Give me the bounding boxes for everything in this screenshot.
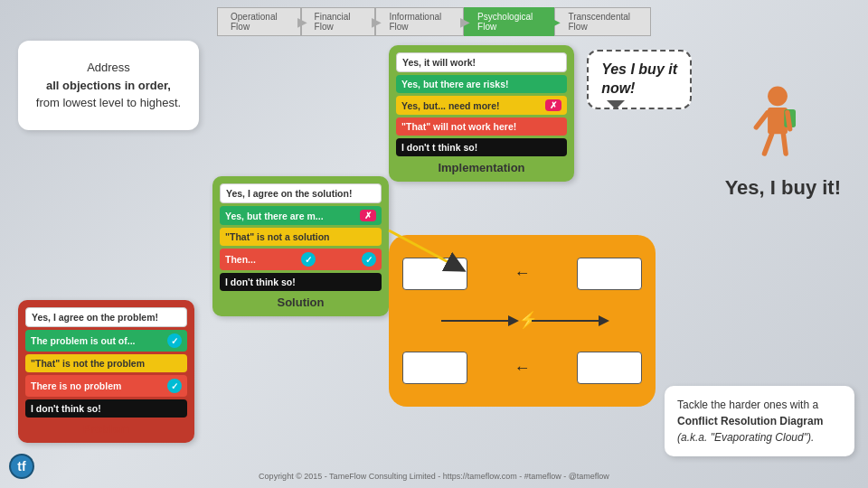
explanation-line2: all objections in order, <box>46 79 171 92</box>
svg-line-6 <box>783 134 786 154</box>
impl-row-3: Yes, but... need more! ✗ <box>396 96 567 115</box>
nav-transcendental[interactable]: Transcendental Flow <box>554 7 651 36</box>
check-icon-2: ✓ <box>167 379 182 393</box>
nav-psychological[interactable]: Psychological Flow <box>464 7 554 36</box>
conflict-box: Tackle the harder ones with a Conflict R… <box>665 386 854 456</box>
arrow-left-2: ← <box>514 359 531 378</box>
top-nav: Operational Flow Financial Flow Informat… <box>217 7 651 36</box>
explanation-line3: from lowest level to highest. <box>36 96 181 109</box>
buy-it-text: Yes, I buy it! <box>725 176 841 200</box>
problem-row-5: I don't think so! <box>25 399 187 418</box>
check-icon: ✓ <box>167 333 182 348</box>
explanation-box: Address all objections in order, from lo… <box>18 41 199 130</box>
footer-text: Copyright © 2015 - TameFlow Consulting L… <box>259 472 609 481</box>
tameflow-logo: tf <box>9 454 34 479</box>
nav-financial[interactable]: Financial Flow <box>301 7 376 36</box>
problem-row-1: Yes, I agree on the problem! <box>25 307 187 327</box>
svg-line-4 <box>788 113 790 129</box>
cloud-row-top: ← <box>402 258 642 290</box>
arrow-left-1: ← <box>514 264 531 283</box>
impl-row-5: I don't t think so! <box>396 138 567 156</box>
problem-title: Problem <box>25 422 187 436</box>
impl-row-4: "That" will not work here! <box>396 117 567 136</box>
problem-row-3: "That" is not the problem <box>25 354 187 372</box>
explanation-line1: Address <box>87 61 130 74</box>
nav-informational[interactable]: Informational Flow <box>375 7 464 36</box>
problem-box: Yes, I agree on the problem! The problem… <box>18 300 194 443</box>
conflict-italic: (a.k.a. "Evaporating Cloud"). <box>677 431 814 444</box>
cloud-row-bottom: ← <box>402 352 642 384</box>
cloud-box-1 <box>402 258 467 290</box>
solution-row-2: Yes, but there are m... ✗ <box>220 206 382 225</box>
solution-row-3: "That" is not a solution <box>220 228 382 246</box>
cloud-diagram: ← ⚡ ← <box>389 235 656 407</box>
impl-title: Implementation <box>396 161 567 174</box>
impl-row-1: Yes, it will work! <box>396 52 567 72</box>
cloud-box-3 <box>402 352 467 384</box>
solution-box: Yes, I agree on the solution! Yes, but t… <box>212 176 389 316</box>
nav-operational[interactable]: Operational Flow <box>217 7 301 36</box>
check-icon-4: ✓ <box>362 252 376 267</box>
check-icon-3: ✓ <box>301 252 316 267</box>
speech-line2: now! <box>601 80 635 96</box>
svg-line-3 <box>756 113 768 127</box>
cloud-box-4 <box>577 352 642 384</box>
speech-line1: Yes I buy it <box>601 61 677 77</box>
footer: Copyright © 2015 - TameFlow Consulting L… <box>259 472 609 481</box>
impl-row-2: Yes, but there are risks! <box>396 75 567 93</box>
x-icon-2: ✗ <box>545 99 561 111</box>
person-figure <box>741 81 814 175</box>
svg-line-5 <box>764 134 771 154</box>
cloud-box-2 <box>577 258 642 290</box>
x-icon: ✗ <box>360 210 376 221</box>
conflict-line1: Tackle the harder ones with a <box>677 399 818 411</box>
implementation-box: Yes, it will work! Yes, but there are ri… <box>389 45 574 182</box>
problem-row-2: The problem is out of... ✓ <box>25 330 187 352</box>
solution-row-5: I don't think so! <box>220 273 382 291</box>
conflict-bold: Conflict Resolution Diagram <box>677 415 823 427</box>
svg-point-0 <box>768 86 788 106</box>
solution-row-4: Then... ✓ ✓ <box>220 249 382 270</box>
problem-row-4: There is no problem ✓ <box>25 375 187 397</box>
solution-title: Solution <box>220 296 382 309</box>
solution-row-1: Yes, I agree on the solution! <box>220 183 382 203</box>
speech-bubble: Yes I buy it now! <box>587 50 692 109</box>
